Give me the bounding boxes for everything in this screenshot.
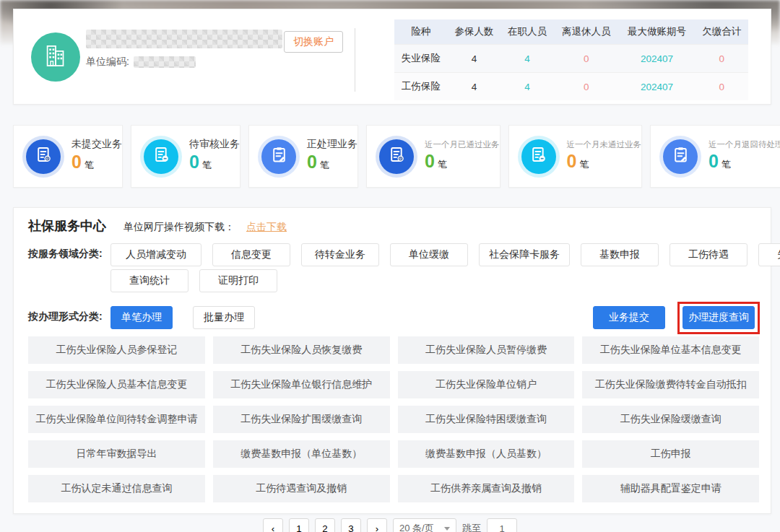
unit-code-label: 单位编码: (86, 56, 129, 69)
pagination-prev-button[interactable]: ‹ (263, 518, 283, 532)
stat-card-text: 近一个月已通过业务0笔 (425, 139, 500, 174)
stat-card-unit: 笔 (438, 159, 447, 170)
company-name-redacted (86, 30, 282, 48)
stat-card-value: 0 (189, 152, 199, 172)
business-item-button[interactable]: 工伤失业保险人员暂停缴费 (398, 336, 575, 364)
stat-card-label: 待审核业务 (189, 138, 240, 151)
clipboard-edit-icon (671, 145, 690, 167)
switch-account-button[interactable]: 切换账户 (284, 31, 343, 53)
insurance-table-header: 险种参保人数在职人员离退休人员最大做账期号欠缴合计 (394, 19, 748, 45)
document-minus-ring (518, 136, 560, 178)
field-buttons-row1: 人员增减变动信息变更待转金业务单位缓缴社会保障卡服务基数申报工伤待遇失业待遇 (110, 243, 780, 266)
business-item-button[interactable]: 缴费基数申报（人员基数） (398, 440, 575, 468)
field-category-button[interactable]: 工伤待遇 (670, 243, 748, 266)
pagination-page-button[interactable]: 3 (341, 518, 361, 532)
business-item-button[interactable]: 工伤失业保险人员恢复缴费 (213, 336, 390, 364)
business-item-button[interactable]: 工伤失业保险人员参保登记 (28, 336, 205, 364)
business-item-button[interactable]: 工伤认定未通过信息查询 (28, 475, 205, 502)
divider (355, 28, 355, 92)
field-category-button[interactable]: 基数申报 (581, 243, 659, 266)
stat-card-value-row: 0笔 (425, 152, 500, 174)
field-category-button[interactable]: 人员增减变动 (110, 243, 202, 266)
page-size-value: 20 条/页 (399, 522, 434, 532)
business-item-button[interactable]: 工伤失业保险缓缴查询 (582, 406, 759, 433)
stat-card-value: 0 (425, 151, 435, 171)
table-column-header: 最大做账期号 (619, 19, 696, 45)
action-button[interactable]: 办理进度查询 (682, 306, 755, 329)
business-item-button[interactable]: 缴费基数申报（单位基数） (213, 440, 390, 468)
stat-card-value-row: 0笔 (72, 152, 122, 175)
pagination: ‹123›20 条/页跳至 (0, 518, 780, 532)
company-info-card: 切换账户 单位编码: 险种参保人数在职人员离退休人员最大做账期号欠缴合计 失业保… (13, 9, 771, 105)
pagination-page-button[interactable]: 1 (289, 518, 309, 532)
field-buttons-row2: 查询统计证明打印 (110, 269, 277, 292)
action-button-wrap: 办理进度查询 (682, 306, 755, 329)
form-type-button[interactable]: 批量办理 (193, 306, 255, 329)
clipboard-edit-icon (269, 145, 289, 167)
business-item-button[interactable]: 工伤申报 (582, 440, 759, 468)
business-item-button[interactable]: 日常年审数据导出 (28, 440, 205, 468)
field-category-button[interactable]: 证明打印 (199, 269, 277, 292)
business-item-button[interactable]: 工伤待遇查询及撤销 (213, 475, 390, 502)
business-item-button[interactable]: 工伤失业保险扩围缓缴查询 (213, 406, 390, 433)
field-category-button[interactable]: 待转金业务 (301, 243, 379, 266)
pagination-page-button[interactable]: 2 (315, 518, 335, 532)
pagination-next-button[interactable]: › (367, 518, 387, 532)
form-type-button-active[interactable]: 单笔办理 (110, 306, 173, 329)
field-category-button[interactable]: 查询统计 (110, 269, 188, 292)
stat-card-label: 近一个月未通过业务 (567, 139, 642, 150)
stat-card-value-row: 0笔 (708, 152, 780, 174)
business-items-grid: 工伤失业保险人员参保登记工伤失业保险人员恢复缴费工伤失业保险人员暂停缴费工伤失业… (28, 336, 759, 502)
insurance-summary-table: 险种参保人数在职人员离退休人员最大做账期号欠缴合计 失业保险4402024070… (394, 19, 748, 100)
business-item-button[interactable]: 工伤供养亲属查询及撤销 (398, 475, 575, 502)
stat-card-text: 正处理业务0笔 (307, 138, 358, 175)
page-size-select[interactable]: 20 条/页 (393, 518, 456, 532)
table-column-header: 欠缴合计 (695, 19, 748, 45)
stat-card-label: 近一个月退回待处理 (708, 139, 780, 150)
document-clock-ring (376, 136, 417, 178)
table-cell: 0 (695, 73, 748, 101)
document-clock-ring (22, 136, 64, 178)
business-item-button[interactable]: 工伤失业保险特困缓缴查询 (398, 406, 575, 433)
table-cell: 4 (448, 45, 501, 73)
stat-card: 待审核业务0笔 (131, 125, 240, 188)
stat-card-text: 待审核业务0笔 (189, 138, 240, 175)
table-column-header: 参保人数 (448, 19, 501, 45)
action-button[interactable]: 业务提交 (593, 306, 665, 329)
field-category-button[interactable]: 信息变更 (212, 243, 290, 266)
building-icon (40, 40, 71, 74)
document-minus-icon (152, 145, 171, 167)
video-download-label: 单位网厅操作视频下载： (124, 221, 235, 234)
company-avatar (31, 32, 80, 82)
business-item-button[interactable]: 辅助器具配置鉴定申请 (582, 475, 759, 502)
section-title: 社保服务中心 (28, 217, 106, 235)
business-item-button[interactable]: 工伤失业保险单位银行信息维护 (213, 371, 390, 398)
stat-card-value: 0 (72, 152, 82, 172)
table-cell: 202407 (619, 73, 696, 101)
icon-badge (144, 139, 178, 174)
document-clock-icon (387, 145, 407, 167)
field-category-button[interactable]: 失业待遇 (758, 243, 780, 266)
table-cell: 0 (554, 73, 619, 101)
table-row: 失业保险4402024070 (394, 45, 748, 73)
business-item-button[interactable]: 工伤失业保险单位基本信息变更 (582, 336, 759, 364)
jump-to-label: 跳至 (462, 518, 481, 532)
table-cell: 0 (695, 45, 748, 73)
unit-code-redacted (134, 56, 196, 68)
jump-to-page-input[interactable] (487, 518, 517, 532)
business-item-button[interactable]: 工伤失业保险单位间待转金调整申请 (28, 406, 205, 433)
field-category-button[interactable]: 社会保障卡服务 (479, 243, 570, 266)
download-link[interactable]: 点击下载 (246, 221, 287, 234)
stat-card-value-row: 0笔 (307, 152, 358, 175)
business-item-button[interactable]: 工伤失业保险人员基本信息变更 (28, 371, 205, 398)
stat-cards-row: 未提交业务0笔待审核业务0笔正处理业务0笔近一个月已通过业务0笔近一个月未通过业… (13, 125, 771, 188)
field-category-button[interactable]: 单位缓缴 (390, 243, 468, 266)
business-item-button[interactable]: 工伤失业保险缴费待转金自动抵扣 (582, 371, 759, 398)
table-column-header: 险种 (394, 19, 448, 45)
form-filter-label: 按办理形式分类: (28, 310, 103, 323)
stat-card-value-row: 0笔 (567, 152, 642, 174)
business-item-button[interactable]: 工伤失业保险单位销户 (398, 371, 575, 398)
stat-card-value: 0 (567, 151, 577, 171)
stat-card-unit: 笔 (320, 160, 329, 170)
stat-card: 未提交业务0笔 (13, 125, 123, 188)
